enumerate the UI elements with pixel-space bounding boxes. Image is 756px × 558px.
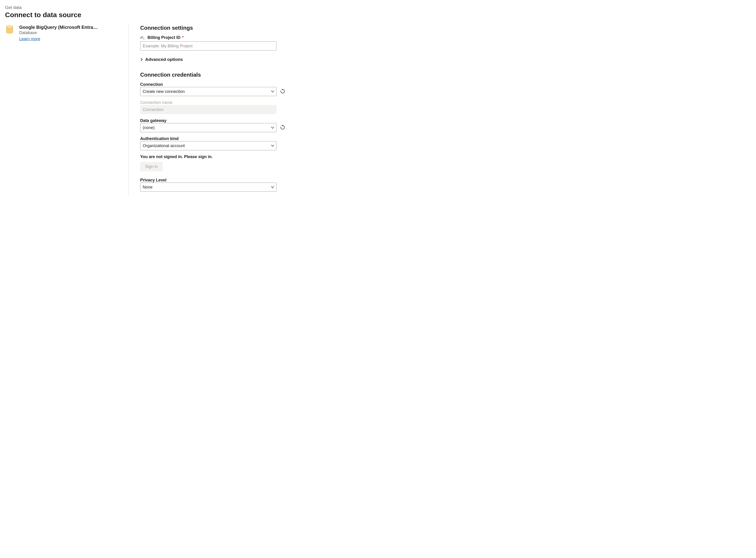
refresh-connection-button[interactable] [280,88,286,95]
chevron-right-icon [140,58,143,61]
data-gateway-label: Data gateway [140,118,749,123]
privacy-level-label: Privacy Level [140,178,749,183]
data-gateway-select[interactable]: (none) [140,123,277,132]
learn-more-link[interactable]: Learn more [19,36,40,42]
connector-summary: Google BigQuery (Microsoft Entra… Databa… [5,25,124,42]
connection-name-input [140,105,277,114]
auth-kind-label: Authentication kind [140,136,749,141]
svg-text:C: C [143,37,145,40]
advanced-options-label: Advanced options [145,57,183,62]
connection-select[interactable]: Create new connection [140,87,277,96]
svg-point-1 [6,26,13,28]
connection-credentials-heading: Connection credentials [140,72,749,78]
required-marker: * [182,35,184,40]
connector-subtitle: Database [19,30,98,35]
text-type-icon: A B C [140,36,145,40]
page-title: Connect to data source [5,11,751,19]
billing-project-input[interactable] [140,42,277,51]
refresh-icon [280,89,285,95]
auth-kind-select[interactable]: Organizational account [140,141,277,150]
signin-status-text: You are not signed in. Please sign in. [140,154,749,159]
breadcrumb: Get data [5,5,751,10]
connection-settings-heading: Connection settings [140,25,749,31]
refresh-gateway-button[interactable] [280,125,286,131]
refresh-icon [280,125,285,131]
connector-title: Google BigQuery (Microsoft Entra… [19,25,98,30]
privacy-level-select[interactable]: None [140,183,277,192]
signin-button[interactable]: Sign in [140,162,163,171]
billing-project-label: Billing Project ID * [148,35,184,40]
connection-label: Connection [140,82,749,87]
database-icon [5,25,14,34]
connection-name-label: Connection name [140,100,749,105]
advanced-options-toggle[interactable]: Advanced options [140,55,183,64]
